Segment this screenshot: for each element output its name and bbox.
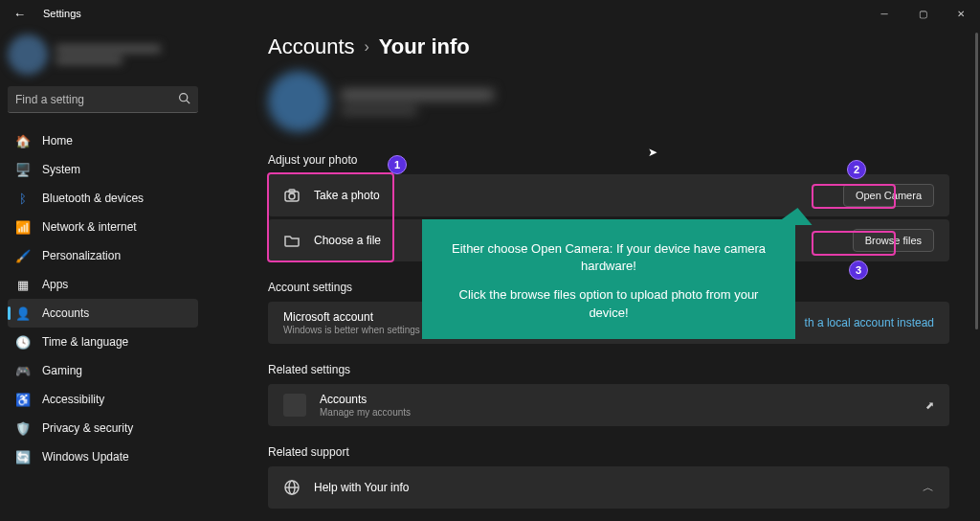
row-accounts-related[interactable]: Accounts Manage my accounts ⬈: [268, 384, 949, 426]
accounts-title: Accounts: [320, 393, 411, 406]
apps-icon: ▦: [15, 277, 31, 292]
profile-header: [268, 71, 949, 132]
tooltip-line-1: Either choose Open Camera: If your devic…: [441, 240, 776, 275]
highlight-box-2: [812, 184, 896, 209]
sidebar: Find a setting 🏠Home 🖥️System ᛒBluetooth…: [0, 27, 206, 471]
search-input[interactable]: Find a setting: [8, 86, 198, 113]
nav-accounts[interactable]: 👤Accounts: [8, 299, 198, 328]
breadcrumb: Accounts › Your info: [268, 34, 949, 59]
chevron-up-icon[interactable]: ︿: [923, 480, 934, 496]
avatar: [268, 71, 329, 132]
nav-list: 🏠Home 🖥️System ᛒBluetooth & devices 📶Net…: [8, 126, 198, 471]
page-title: Your info: [379, 34, 470, 59]
nav-gaming[interactable]: 🎮Gaming: [8, 356, 198, 385]
nav-network[interactable]: 📶Network & internet: [8, 213, 198, 241]
nav-accessibility[interactable]: ♿Accessibility: [8, 385, 198, 414]
highlight-box-1: [267, 172, 394, 262]
accessibility-icon: ♿: [15, 392, 31, 407]
nav-time[interactable]: 🕓Time & language: [8, 328, 198, 356]
section-related-support: Related support: [268, 445, 949, 459]
local-account-link[interactable]: th a local account instead: [805, 316, 934, 329]
nav-system[interactable]: 🖥️System: [8, 155, 198, 184]
back-button[interactable]: ←: [13, 7, 26, 21]
search-icon: [178, 92, 190, 107]
annotation-badge-1: 1: [388, 155, 407, 174]
square-icon: [283, 394, 306, 417]
nav-bluetooth[interactable]: ᛒBluetooth & devices: [8, 184, 198, 213]
window-controls: ─ ▢ ✕: [865, 0, 980, 27]
nav-privacy[interactable]: 🛡️Privacy & security: [8, 414, 198, 442]
annotation-badge-2: 2: [847, 160, 866, 179]
mouse-cursor-icon: ➤: [648, 146, 657, 159]
open-external-icon[interactable]: ⬈: [925, 399, 934, 412]
row-help[interactable]: Help with Your info ︿: [268, 466, 949, 509]
annotation-tooltip: Either choose Open Camera: If your devic…: [422, 219, 795, 339]
svg-point-0: [180, 93, 188, 101]
minimize-button[interactable]: ─: [865, 0, 903, 27]
section-related-settings: Related settings: [268, 363, 949, 376]
nav-home[interactable]: 🏠Home: [8, 126, 198, 155]
scrollbar[interactable]: [975, 33, 978, 329]
search-placeholder: Find a setting: [15, 93, 178, 106]
system-icon: 🖥️: [15, 162, 31, 177]
shield-icon: 🛡️: [15, 420, 31, 436]
home-icon: 🏠: [15, 133, 31, 148]
chevron-right-icon: ›: [365, 38, 369, 56]
bluetooth-icon: ᛒ: [15, 191, 31, 206]
sidebar-user-block[interactable]: [8, 33, 198, 77]
update-icon: 🔄: [15, 449, 31, 464]
wifi-icon: 📶: [15, 219, 31, 235]
nav-personalization[interactable]: 🖌️Personalization: [8, 241, 198, 270]
person-icon: 👤: [15, 306, 31, 321]
tooltip-line-2: Click the browse files option to upload …: [441, 286, 776, 321]
window-title: Settings: [43, 8, 81, 19]
breadcrumb-parent[interactable]: Accounts: [268, 34, 355, 59]
nav-apps[interactable]: ▦Apps: [8, 270, 198, 299]
gaming-icon: 🎮: [15, 363, 31, 378]
brush-icon: 🖌️: [15, 248, 31, 263]
annotation-badge-3: 3: [849, 260, 868, 280]
globe-icon: [283, 479, 301, 496]
help-label: Help with Your info: [314, 481, 409, 494]
title-bar: ← Settings: [0, 0, 980, 27]
maximize-button[interactable]: ▢: [903, 0, 942, 27]
close-button[interactable]: ✕: [942, 0, 980, 27]
svg-line-1: [187, 100, 189, 102]
clock-icon: 🕓: [15, 334, 31, 350]
accounts-sub: Manage my accounts: [320, 407, 411, 418]
highlight-box-3: [812, 231, 896, 256]
nav-update[interactable]: 🔄Windows Update: [8, 442, 198, 471]
